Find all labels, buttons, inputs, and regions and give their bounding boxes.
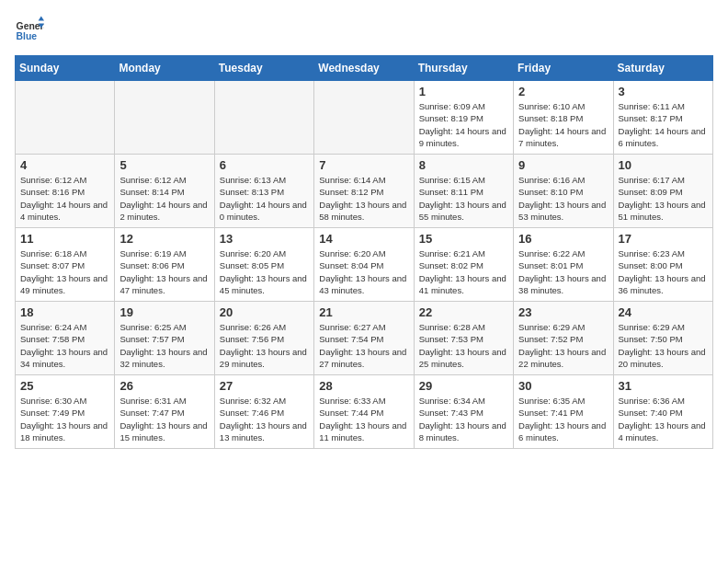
calendar-week-4: 18Sunrise: 6:24 AMSunset: 7:58 PMDayligh… [16, 302, 713, 375]
calendar-cell: 9Sunrise: 6:16 AMSunset: 8:10 PMDaylight… [514, 155, 613, 228]
svg-text:General: General [17, 21, 44, 31]
calendar-cell: 28Sunrise: 6:33 AMSunset: 7:44 PMDayligh… [314, 375, 414, 449]
day-info: Sunrise: 6:12 AMSunset: 8:14 PMDaylight:… [119, 174, 209, 223]
day-number: 21 [319, 305, 408, 319]
day-info: Sunrise: 6:30 AMSunset: 7:49 PMDaylight:… [20, 395, 109, 443]
weekday-sunday: Sunday [16, 56, 115, 81]
weekday-thursday: Thursday [414, 56, 513, 81]
weekday-wednesday: Wednesday [314, 56, 414, 81]
calendar-cell: 31Sunrise: 6:36 AMSunset: 7:40 PMDayligh… [613, 375, 712, 449]
logo-icon: General Blue [15, 15, 44, 44]
day-number: 2 [518, 85, 608, 98]
svg-marker-2 [39, 17, 44, 21]
day-info: Sunrise: 6:18 AMSunset: 8:07 PMDaylight:… [20, 247, 109, 296]
day-info: Sunrise: 6:35 AMSunset: 7:41 PMDaylight:… [518, 395, 608, 443]
day-number: 17 [619, 232, 708, 246]
calendar-cell: 18Sunrise: 6:24 AMSunset: 7:58 PMDayligh… [16, 302, 115, 375]
day-number: 12 [119, 232, 209, 246]
calendar-cell: 6Sunrise: 6:13 AMSunset: 8:13 PMDaylight… [214, 155, 313, 228]
calendar-week-5: 25Sunrise: 6:30 AMSunset: 7:49 PMDayligh… [16, 375, 713, 449]
calendar-cell: 24Sunrise: 6:29 AMSunset: 7:50 PMDayligh… [613, 302, 712, 375]
calendar-cell: 19Sunrise: 6:25 AMSunset: 7:57 PMDayligh… [115, 302, 214, 375]
day-info: Sunrise: 6:34 AMSunset: 7:43 PMDaylight:… [419, 395, 508, 443]
calendar-cell: 30Sunrise: 6:35 AMSunset: 7:41 PMDayligh… [514, 375, 613, 449]
calendar-week-3: 11Sunrise: 6:18 AMSunset: 8:07 PMDayligh… [16, 228, 713, 302]
day-info: Sunrise: 6:27 AMSunset: 7:54 PMDaylight:… [319, 321, 408, 370]
day-info: Sunrise: 6:16 AMSunset: 8:10 PMDaylight:… [518, 174, 608, 223]
day-number: 18 [20, 305, 109, 319]
weekday-saturday: Saturday [613, 56, 712, 81]
day-number: 24 [619, 305, 708, 319]
calendar-cell: 25Sunrise: 6:30 AMSunset: 7:49 PMDayligh… [16, 375, 115, 449]
day-info: Sunrise: 6:29 AMSunset: 7:50 PMDaylight:… [619, 321, 708, 370]
day-number: 31 [619, 379, 708, 393]
day-number: 7 [319, 158, 408, 172]
day-info: Sunrise: 6:17 AMSunset: 8:09 PMDaylight:… [619, 174, 708, 223]
logo: General Blue [15, 15, 44, 44]
calendar-cell: 27Sunrise: 6:32 AMSunset: 7:46 PMDayligh… [214, 375, 313, 449]
day-info: Sunrise: 6:32 AMSunset: 7:46 PMDaylight:… [220, 395, 309, 443]
day-info: Sunrise: 6:36 AMSunset: 7:40 PMDaylight:… [619, 395, 708, 443]
day-number: 16 [518, 232, 608, 246]
day-number: 20 [220, 305, 309, 319]
calendar-cell: 7Sunrise: 6:14 AMSunset: 8:12 PMDaylight… [314, 155, 414, 228]
day-number: 3 [619, 85, 708, 98]
day-info: Sunrise: 6:15 AMSunset: 8:11 PMDaylight:… [419, 174, 508, 223]
day-info: Sunrise: 6:19 AMSunset: 8:06 PMDaylight:… [119, 247, 209, 296]
calendar-cell: 13Sunrise: 6:20 AMSunset: 8:05 PMDayligh… [214, 228, 313, 302]
svg-text:Blue: Blue [17, 31, 38, 41]
weekday-friday: Friday [514, 56, 613, 81]
calendar-table: SundayMondayTuesdayWednesdayThursdayFrid… [15, 55, 713, 449]
calendar-week-1: 1Sunrise: 6:09 AMSunset: 8:19 PMDaylight… [16, 81, 713, 155]
day-number: 23 [518, 305, 608, 319]
day-number: 4 [20, 158, 109, 172]
day-info: Sunrise: 6:20 AMSunset: 8:05 PMDaylight:… [220, 247, 309, 296]
calendar-cell: 1Sunrise: 6:09 AMSunset: 8:19 PMDaylight… [414, 81, 513, 155]
day-info: Sunrise: 6:26 AMSunset: 7:56 PMDaylight:… [220, 321, 309, 370]
day-info: Sunrise: 6:09 AMSunset: 8:19 PMDaylight:… [419, 100, 508, 149]
day-number: 6 [220, 158, 309, 172]
day-number: 30 [518, 379, 608, 393]
day-info: Sunrise: 6:31 AMSunset: 7:47 PMDaylight:… [119, 395, 209, 443]
day-number: 26 [119, 379, 209, 393]
day-number: 11 [20, 232, 109, 246]
calendar-cell [214, 81, 313, 155]
day-number: 13 [220, 232, 309, 246]
calendar-cell: 11Sunrise: 6:18 AMSunset: 8:07 PMDayligh… [16, 228, 115, 302]
calendar-cell: 10Sunrise: 6:17 AMSunset: 8:09 PMDayligh… [613, 155, 712, 228]
day-number: 5 [119, 158, 209, 172]
page-header: General Blue [15, 15, 713, 44]
day-number: 14 [319, 232, 408, 246]
day-info: Sunrise: 6:20 AMSunset: 8:04 PMDaylight:… [319, 247, 408, 296]
day-info: Sunrise: 6:11 AMSunset: 8:17 PMDaylight:… [619, 100, 708, 149]
calendar-week-2: 4Sunrise: 6:12 AMSunset: 8:16 PMDaylight… [16, 155, 713, 228]
day-number: 10 [619, 158, 708, 172]
calendar-cell: 17Sunrise: 6:23 AMSunset: 8:00 PMDayligh… [613, 228, 712, 302]
day-info: Sunrise: 6:13 AMSunset: 8:13 PMDaylight:… [220, 174, 309, 223]
day-number: 28 [319, 379, 408, 393]
calendar-cell: 21Sunrise: 6:27 AMSunset: 7:54 PMDayligh… [314, 302, 414, 375]
calendar-cell: 23Sunrise: 6:29 AMSunset: 7:52 PMDayligh… [514, 302, 613, 375]
day-info: Sunrise: 6:22 AMSunset: 8:01 PMDaylight:… [518, 247, 608, 296]
calendar-cell [115, 81, 214, 155]
day-info: Sunrise: 6:25 AMSunset: 7:57 PMDaylight:… [119, 321, 209, 370]
calendar-cell: 26Sunrise: 6:31 AMSunset: 7:47 PMDayligh… [115, 375, 214, 449]
calendar-cell: 14Sunrise: 6:20 AMSunset: 8:04 PMDayligh… [314, 228, 414, 302]
day-number: 27 [220, 379, 309, 393]
calendar-cell: 4Sunrise: 6:12 AMSunset: 8:16 PMDaylight… [16, 155, 115, 228]
day-info: Sunrise: 6:10 AMSunset: 8:18 PMDaylight:… [518, 100, 608, 149]
calendar-cell: 29Sunrise: 6:34 AMSunset: 7:43 PMDayligh… [414, 375, 513, 449]
calendar-cell: 5Sunrise: 6:12 AMSunset: 8:14 PMDaylight… [115, 155, 214, 228]
weekday-header-row: SundayMondayTuesdayWednesdayThursdayFrid… [16, 56, 713, 81]
day-number: 8 [419, 158, 508, 172]
day-info: Sunrise: 6:23 AMSunset: 8:00 PMDaylight:… [619, 247, 708, 296]
day-info: Sunrise: 6:24 AMSunset: 7:58 PMDaylight:… [20, 321, 109, 370]
calendar-cell: 15Sunrise: 6:21 AMSunset: 8:02 PMDayligh… [414, 228, 513, 302]
day-info: Sunrise: 6:21 AMSunset: 8:02 PMDaylight:… [419, 247, 508, 296]
weekday-monday: Monday [115, 56, 214, 81]
day-info: Sunrise: 6:33 AMSunset: 7:44 PMDaylight:… [319, 395, 408, 443]
calendar-cell: 3Sunrise: 6:11 AMSunset: 8:17 PMDaylight… [613, 81, 712, 155]
day-number: 9 [518, 158, 608, 172]
day-number: 19 [119, 305, 209, 319]
day-number: 1 [419, 85, 508, 98]
